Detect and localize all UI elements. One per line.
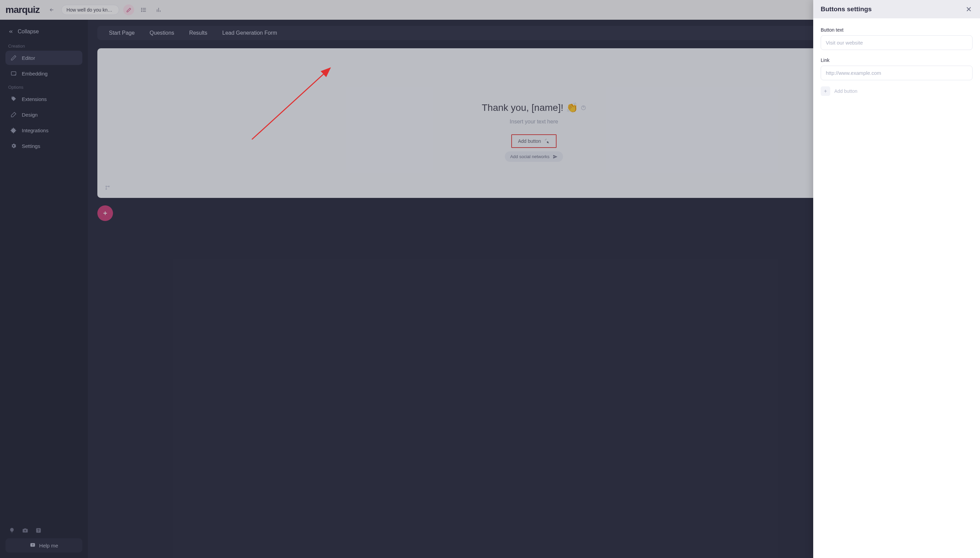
bar-chart-icon	[156, 7, 162, 13]
quiz-title-pill[interactable]: How well do you know ...	[61, 5, 119, 15]
arrow-left-icon	[49, 7, 54, 13]
add-step-button[interactable]	[97, 205, 113, 221]
lightbulb-icon[interactable]	[9, 527, 15, 533]
list-icon	[141, 7, 147, 13]
svg-point-10	[15, 74, 16, 75]
sidebar-item-label: Embedding	[22, 71, 48, 77]
tag-icon	[11, 96, 16, 102]
section-creation-label: Creation	[5, 41, 82, 51]
help-chat-icon: ?	[30, 542, 36, 548]
link-input[interactable]	[821, 66, 972, 80]
svg-point-3	[142, 8, 142, 9]
brush-icon	[11, 112, 16, 118]
add-button-row[interactable]: Add button	[821, 86, 972, 96]
embed-icon	[11, 71, 16, 77]
pencil-icon	[126, 8, 132, 13]
plus-icon	[102, 210, 108, 216]
back-button[interactable]	[46, 5, 57, 15]
svg-point-4	[142, 10, 142, 10]
buttons-settings-panel: Buttons settings Button text Link Add bu…	[813, 0, 980, 558]
panel-body: Button text Link Add button	[813, 18, 980, 103]
plus-icon	[823, 89, 828, 94]
panel-close-button[interactable]	[965, 5, 972, 13]
tab-lead-gen[interactable]: Lead Generation Form	[222, 30, 277, 36]
sidebar-item-label: Integrations	[22, 128, 48, 133]
thank-you-text: Thank you, [name]! 👏	[482, 102, 578, 113]
plus-box	[821, 86, 830, 96]
cursor-click-icon	[544, 138, 550, 144]
svg-point-5	[142, 11, 142, 12]
help-label: Help me	[39, 543, 58, 548]
edit-button[interactable]	[123, 5, 134, 15]
sidebar-item-editor[interactable]: Editor	[5, 51, 82, 65]
sidebar-item-label: Extensions	[22, 96, 47, 102]
svg-point-16	[106, 186, 107, 187]
help-circle-icon[interactable]	[581, 105, 586, 110]
section-options-label: Options	[5, 82, 82, 92]
svg-text:?: ?	[32, 544, 34, 547]
thank-you-subtext[interactable]: Insert your text here	[510, 119, 558, 125]
add-button-label: Add button	[518, 138, 541, 144]
panel-header: Buttons settings	[813, 0, 980, 18]
chevron-double-left-icon	[8, 29, 13, 34]
send-icon	[553, 154, 558, 159]
sidebar: Collapse Creation Editor Embedding Optio…	[0, 20, 88, 558]
puzzle-icon	[11, 127, 16, 133]
sidebar-item-label: Settings	[22, 143, 40, 149]
sidebar-item-integrations[interactable]: Integrations	[5, 123, 82, 137]
tab-results[interactable]: Results	[189, 30, 207, 36]
brand-logo: marquiz	[5, 5, 40, 15]
question-icon[interactable]: ?	[35, 527, 41, 533]
add-button-pill[interactable]: Add button	[511, 134, 557, 148]
panel-title: Buttons settings	[821, 5, 872, 13]
link-label: Link	[821, 57, 972, 63]
button-text-label: Button text	[821, 27, 972, 33]
bottom-icons-row: ?	[5, 525, 82, 538]
sidebar-item-settings[interactable]: Settings	[5, 139, 82, 153]
sidebar-item-label: Design	[22, 112, 38, 118]
sidebar-item-extensions[interactable]: Extensions	[5, 92, 82, 106]
sidebar-item-design[interactable]: Design	[5, 107, 82, 122]
branch-icon[interactable]	[105, 185, 110, 190]
button-text-input[interactable]	[821, 35, 972, 50]
collapse-toggle[interactable]: Collapse	[5, 25, 82, 38]
gear-icon	[11, 143, 16, 149]
pencil-icon	[11, 55, 16, 61]
add-button-row-label: Add button	[834, 89, 858, 94]
collapse-label: Collapse	[18, 29, 39, 35]
list-button[interactable]	[138, 5, 149, 15]
help-me-button[interactable]: ? Help me	[5, 538, 82, 553]
analytics-button[interactable]	[153, 5, 164, 15]
svg-point-17	[106, 189, 107, 190]
sidebar-item-label: Editor	[22, 55, 35, 61]
thank-you-title[interactable]: Thank you, [name]! 👏	[482, 102, 586, 113]
add-social-pill[interactable]: Add social networks	[505, 151, 563, 162]
tab-start-page[interactable]: Start Page	[109, 30, 135, 36]
close-icon	[965, 5, 972, 13]
tab-questions[interactable]: Questions	[150, 30, 174, 36]
svg-text:?: ?	[38, 528, 40, 532]
upload-icon[interactable]	[22, 527, 29, 533]
add-social-label: Add social networks	[510, 154, 550, 159]
sidebar-item-embedding[interactable]: Embedding	[5, 66, 82, 80]
